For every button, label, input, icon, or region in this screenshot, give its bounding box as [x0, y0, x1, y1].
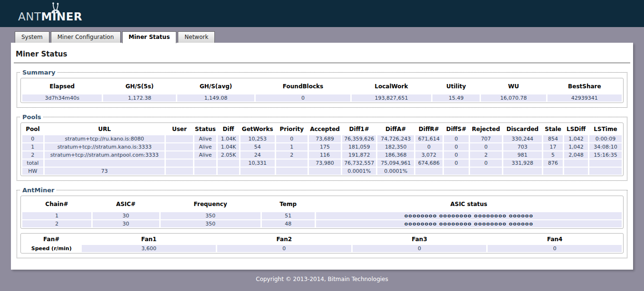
- table-cell: 193,827,651: [352, 94, 431, 102]
- table-cell: 1,172.38: [103, 94, 176, 102]
- table-cell: oooooooo oooooooo oooooooo oooooo: [316, 220, 622, 227]
- table-row: HW730.0001%0.0001%: [22, 168, 622, 175]
- pools-legend: Pools: [20, 113, 43, 121]
- content-panel: Miner Status Summary ElapsedGH/S(5s)GH/S…: [11, 43, 633, 270]
- table-cell: oooooooo oooooooo oooooooo oooooo: [316, 212, 622, 219]
- header-row: ElapsedGH/S(5s)GH/S(avg)FoundBlocksLocal…: [22, 79, 622, 94]
- table-cell: stratum+tcp://stratum.kano.is:3333: [45, 143, 164, 150]
- table-cell: 0:00:09: [589, 135, 622, 142]
- table-cell: 30: [93, 220, 159, 227]
- table-cell: [166, 135, 193, 142]
- table-cell: [166, 143, 193, 150]
- tab-system[interactable]: System: [15, 31, 49, 43]
- column-header: Elapsed: [22, 79, 102, 94]
- tab-network[interactable]: Network: [178, 31, 215, 43]
- table-cell: 2: [22, 151, 43, 159]
- column-header: BestShare: [548, 79, 622, 94]
- column-header: Priority: [276, 124, 308, 134]
- column-header: DiffA#: [377, 124, 413, 134]
- column-header: LocalWork: [352, 79, 431, 94]
- table-cell: 15:16:35: [589, 151, 622, 159]
- table-cell: 1: [22, 143, 43, 150]
- table-row: 23035048oooooooo oooooooo oooooooo ooooo…: [22, 220, 622, 227]
- table-cell: [589, 168, 622, 175]
- table-cell: [166, 168, 193, 175]
- table-cell: 15.49: [433, 94, 480, 102]
- column-header: Accepted: [309, 124, 341, 134]
- header-row: PoolURLUserStatusDiffGetWorksPriorityAcc…: [22, 124, 622, 134]
- table-cell: [218, 160, 239, 167]
- column-header: GetWorks: [240, 124, 275, 134]
- table-cell: [166, 151, 193, 159]
- table-cell: 73,689: [309, 135, 341, 142]
- table-cell: [415, 168, 442, 175]
- table-cell: 1: [276, 143, 308, 150]
- column-header: Diff1#: [342, 124, 376, 134]
- table-cell: 0: [470, 160, 502, 167]
- column-header: LSDiff: [564, 124, 588, 134]
- column-header: Rejected: [470, 124, 502, 134]
- antminer-logo: ANTMINER: [18, 11, 82, 22]
- table-cell: [166, 160, 193, 167]
- table-cell: 0: [444, 151, 469, 159]
- table-cell: 671,614: [415, 135, 442, 142]
- column-header: Fan3: [353, 235, 487, 244]
- column-header: GH/S(avg): [177, 79, 254, 94]
- table-cell: 74,726,243: [377, 135, 413, 142]
- table-cell: 703: [503, 143, 542, 150]
- pools-section: Pools PoolURLUserStatusDiffGetWorksPrior…: [17, 113, 627, 181]
- table-cell: 3,072: [415, 151, 442, 159]
- table-cell: [276, 160, 308, 167]
- table-cell: Alive: [194, 151, 216, 159]
- table-cell: total: [22, 160, 43, 167]
- table-cell: [543, 168, 563, 175]
- column-header: Fan1: [82, 235, 216, 244]
- table-cell: 30: [93, 212, 159, 219]
- table-cell: 24: [240, 151, 275, 159]
- tab-bar: System Miner Configuration Miner Status …: [15, 31, 644, 43]
- column-header: URL: [45, 124, 164, 134]
- table-cell: [194, 168, 216, 175]
- footer-copyright: Copyright © 2013-2014, Bitmain Technolog…: [0, 276, 644, 282]
- table-cell: 17: [543, 143, 563, 150]
- column-header: Fan2: [217, 235, 351, 244]
- table-cell: HW: [22, 168, 43, 175]
- table-cell: 191,872: [342, 151, 376, 159]
- column-header: ASIC#: [93, 197, 159, 211]
- column-header: WU: [481, 79, 546, 94]
- table-cell: 76,732,557: [342, 160, 376, 167]
- summary-legend: Summary: [20, 69, 57, 76]
- table-cell: [194, 160, 216, 167]
- table-cell: 10,331: [240, 160, 275, 167]
- table-cell: 0: [276, 135, 308, 142]
- table-row: 13035051oooooooo oooooooo oooooooo ooooo…: [22, 212, 622, 219]
- table-row: 0stratum+tcp://ru.kano.is:8080Alive1.04K…: [22, 135, 622, 142]
- table-row: 3d7h34m40s1,172.381,149.080193,827,65115…: [22, 94, 622, 102]
- summary-table: ElapsedGH/S(5s)GH/S(avg)FoundBlocksLocal…: [20, 78, 624, 103]
- column-header: Pool: [22, 124, 43, 134]
- table-cell: [444, 168, 469, 175]
- table-cell: 350: [161, 220, 260, 227]
- table-cell: 182,350: [377, 143, 413, 150]
- summary-section: Summary ElapsedGH/S(5s)GH/S(avg)FoundBlo…: [17, 69, 627, 108]
- table-cell: 0.0001%: [342, 168, 376, 175]
- table-cell: 48: [262, 220, 315, 227]
- column-header: Fan4: [488, 235, 622, 244]
- table-cell: 73: [45, 168, 164, 175]
- table-cell: Alive: [194, 135, 216, 142]
- table-cell: [589, 160, 622, 167]
- antminer-section: AntMiner Chain#ASIC#FrequencyTempASIC st…: [17, 187, 627, 258]
- tab-miner-status[interactable]: Miner Status: [122, 31, 177, 43]
- column-header: DiffS#: [444, 124, 469, 134]
- column-header: Stale: [543, 124, 563, 134]
- table-cell: 2,048: [564, 151, 588, 159]
- table-cell: 10,253: [240, 135, 275, 142]
- tab-miner-configuration[interactable]: Miner Configuration: [51, 31, 121, 43]
- column-header: GH/S(5s): [103, 79, 176, 94]
- table-cell: 854: [543, 135, 563, 142]
- table-cell: 116: [309, 151, 341, 159]
- page-title: Miner Status: [14, 43, 630, 63]
- table-cell: 0: [444, 135, 469, 142]
- table-cell: 1.04K: [218, 143, 239, 150]
- table-cell: 75,094,961: [377, 160, 413, 167]
